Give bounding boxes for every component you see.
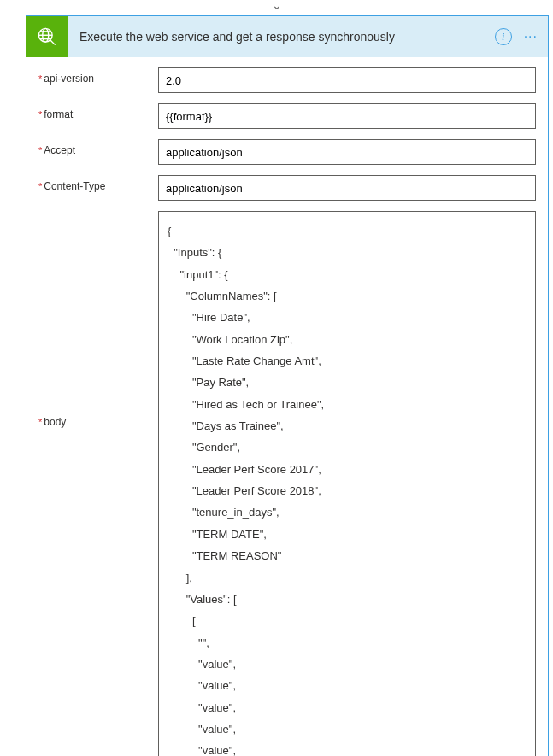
info-icon[interactable]: i: [495, 28, 512, 45]
card-body: api-version format Accept Content-Type b: [26, 57, 548, 756]
label-body: body: [38, 211, 158, 428]
input-api-version[interactable]: [158, 67, 536, 93]
svg-line-5: [50, 40, 56, 45]
label-content-type: Content-Type: [38, 175, 158, 192]
input-format[interactable]: [158, 103, 536, 129]
label-api-version: api-version: [38, 67, 158, 85]
action-card: Execute the web service and get a respon…: [26, 15, 549, 756]
input-content-type[interactable]: [158, 175, 536, 201]
connector-arrow-down: ⌄: [0, 0, 553, 15]
more-icon[interactable]: ···: [524, 29, 538, 44]
card-header[interactable]: Execute the web service and get a respon…: [26, 16, 548, 57]
input-accept[interactable]: [158, 139, 536, 165]
input-body[interactable]: { "Inputs": { "input1": { "ColumnNames":…: [158, 211, 536, 756]
action-title: Execute the web service and get a respon…: [68, 30, 495, 44]
label-format: format: [38, 103, 158, 120]
web-service-icon: [26, 16, 68, 57]
label-accept: Accept: [38, 139, 158, 156]
